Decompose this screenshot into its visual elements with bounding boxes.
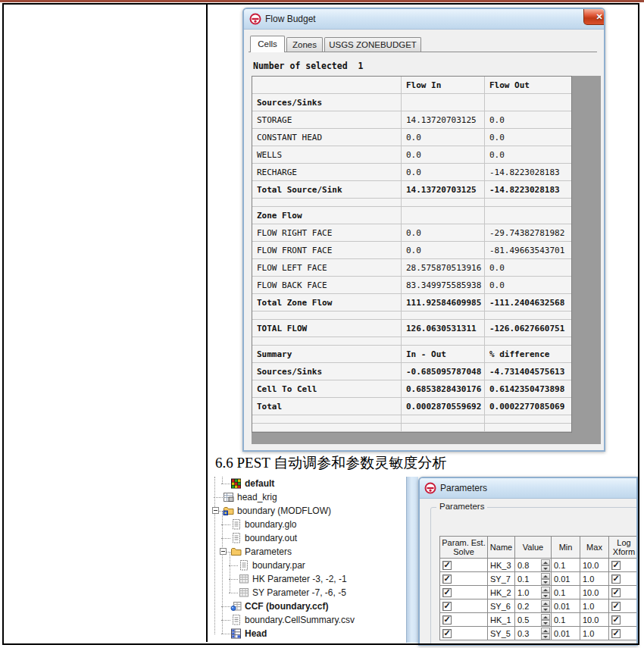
checkbox[interactable]: ✓ — [611, 561, 621, 570]
tree-item[interactable]: Parameters — [211, 545, 406, 559]
tab-zones[interactable]: Zones — [286, 37, 323, 52]
text-file-icon — [230, 518, 242, 531]
parameter-row[interactable]: ✓SY_60.20.011.0✓ — [439, 599, 638, 613]
spinner-down-icon[interactable] — [541, 579, 550, 585]
value-spinner[interactable] — [541, 573, 550, 585]
tree-item[interactable]: Head — [211, 627, 406, 640]
table-row[interactable]: CONSTANT HEAD0.00.0 — [252, 129, 571, 146]
tree-item[interactable]: HK Parameter -3, -2, -1 — [211, 572, 406, 586]
max-cell: 1.0 — [580, 572, 609, 586]
table-spacer-row[interactable] — [252, 311, 571, 320]
checkbox[interactable]: ✓ — [611, 588, 621, 597]
collapse-expander-icon[interactable] — [220, 548, 227, 555]
spinner-down-icon[interactable] — [541, 565, 550, 571]
parameter-row[interactable]: ✓SY_50.30.011.0✓ — [439, 627, 638, 640]
param-column-header: Param. Est. Solve — [439, 536, 488, 559]
table-row[interactable]: FLOW LEFT FACE28.5758705139160.0 — [252, 259, 571, 277]
table-cell: Total Source/Sink — [252, 181, 402, 198]
tree-item[interactable]: boundary (MODFLOW) — [211, 504, 406, 518]
value-spinner[interactable] — [541, 600, 550, 612]
param-column-header: Log Xform — [609, 536, 638, 559]
parameter-grid-icon — [238, 573, 250, 585]
table-row[interactable]: FLOW BACK FACE83.3499755859380.0 — [252, 277, 571, 294]
close-button[interactable]: ✕ — [583, 9, 605, 25]
spinner-down-icon[interactable] — [541, 606, 550, 612]
checkbox[interactable]: ✓ — [442, 588, 452, 597]
spinner-up-icon[interactable] — [541, 628, 550, 634]
tab-usgs-zonebudget[interactable]: USGS ZONEBUDGET — [324, 37, 421, 52]
table-row[interactable]: Sources/Sinks — [252, 94, 571, 111]
tree-item[interactable]: SY Parameter -7, -6, -5 — [211, 586, 406, 599]
table-spacer-row[interactable] — [252, 337, 571, 346]
checkbox[interactable]: ✓ — [442, 615, 452, 625]
checkbox[interactable]: ✓ — [442, 629, 452, 638]
value-spinner[interactable] — [541, 628, 550, 640]
table-cell: STORAGE — [252, 111, 402, 128]
table-spacer-row[interactable] — [252, 424, 571, 432]
value-spinner[interactable] — [541, 614, 550, 626]
checkbox[interactable]: ✓ — [442, 574, 452, 584]
tree-item[interactable]: CCF (boundary.ccf) — [211, 599, 406, 613]
max-cell: 10.0 — [580, 586, 609, 599]
flow-budget-titlebar[interactable]: Flow Budget ✕ — [244, 9, 604, 30]
spinner-down-icon[interactable] — [541, 620, 550, 626]
table-row[interactable]: TOTAL FLOW126.0630531311-126.0627660751 — [252, 320, 571, 337]
table-cell: 0.0 — [485, 259, 570, 276]
collapse-expander-icon[interactable] — [212, 507, 219, 514]
spinner-down-icon[interactable] — [541, 634, 550, 640]
parameters-titlebar[interactable]: Parameters — [420, 478, 636, 499]
table-cell: -81.49663543701 — [485, 242, 570, 258]
table-row[interactable]: FLOW FRONT FACE0.0-81.49663543701 — [252, 242, 571, 259]
spinner-up-icon[interactable] — [541, 614, 550, 620]
checkbox[interactable]: ✓ — [611, 629, 621, 638]
tree-item[interactable]: default — [211, 477, 406, 490]
table-row[interactable]: Total Source/Sink14.13720703125-14.82230… — [252, 181, 571, 199]
tab-cells[interactable]: Cells — [250, 36, 285, 52]
value-cell: 0.5 — [515, 613, 552, 627]
value-spinner[interactable] — [541, 587, 550, 599]
parameter-row[interactable]: ✓SY_70.10.011.0✓ — [439, 572, 638, 586]
table-row[interactable]: Total Zone Flow111.92584609985-111.24046… — [252, 294, 571, 311]
table-row[interactable]: Cell To Cell0.68538284301760.61423504738… — [252, 380, 571, 398]
table-row[interactable]: Zone Flow — [252, 207, 571, 224]
checkbox[interactable]: ✓ — [442, 561, 452, 570]
tree-item[interactable]: boundary.CellSummary.csv — [211, 613, 406, 627]
tree-item[interactable]: boundary.glo — [211, 518, 406, 531]
parameters-table: Param. Est. SolveNameValueMinMaxLog Xfor… — [439, 536, 638, 640]
param-column-header: Name — [488, 536, 515, 559]
tree-connector-line — [229, 579, 238, 581]
spinner-up-icon[interactable] — [541, 559, 550, 565]
spinner-up-icon[interactable] — [541, 587, 550, 593]
table-row[interactable]: Total0.00028705596920.0002277085069 — [252, 398, 571, 415]
param-column-header: Min — [552, 536, 580, 559]
checkbox[interactable]: ✓ — [611, 602, 621, 611]
table-spacer-row[interactable] — [252, 415, 571, 424]
log-xform-cell: ✓ — [609, 599, 638, 613]
flow-table-viewport[interactable]: Flow In Flow Out Sources/SinksSTORAGE14.… — [252, 76, 601, 444]
checkbox[interactable]: ✓ — [442, 602, 452, 611]
parameter-row[interactable]: ✓HK_10.50.110.0✓ — [439, 613, 638, 627]
table-row[interactable]: STORAGE14.137207031250.0 — [252, 111, 571, 129]
checkbox[interactable]: ✓ — [611, 574, 621, 584]
tree-item[interactable]: head_krig — [211, 490, 406, 504]
table-row[interactable]: Sources/Sinks-0.685095787048-4.731404575… — [252, 363, 571, 380]
spinner-down-icon[interactable] — [541, 593, 550, 599]
table-spacer-row[interactable] — [252, 199, 571, 207]
value-cell: 1.0 — [515, 586, 552, 599]
checkbox[interactable]: ✓ — [611, 615, 621, 625]
spinner-up-icon[interactable] — [541, 600, 550, 606]
table-row[interactable]: FLOW RIGHT FACE0.0-29.74382781982 — [252, 224, 571, 242]
tree-item[interactable]: boundary.out — [211, 531, 406, 545]
table-cell — [402, 415, 485, 423]
solve-cell: ✓ — [439, 627, 488, 640]
table-header-cell: Flow Out — [485, 77, 570, 93]
tree-item[interactable]: boundary.par — [211, 559, 406, 572]
table-row[interactable]: RECHARGE0.0-14.8223028183 — [252, 164, 571, 181]
table-row[interactable]: SummaryIn - Out% difference — [252, 346, 571, 363]
table-row[interactable]: WELLS0.00.0 — [252, 146, 571, 164]
solution-grid-icon — [230, 477, 242, 490]
parameter-row[interactable]: ✓HK_21.00.110.0✓ — [439, 586, 638, 599]
spinner-up-icon[interactable] — [541, 573, 550, 579]
parameter-row[interactable]: ✓HK_30.80.110.0✓ — [439, 559, 638, 572]
value-spinner[interactable] — [541, 559, 550, 571]
